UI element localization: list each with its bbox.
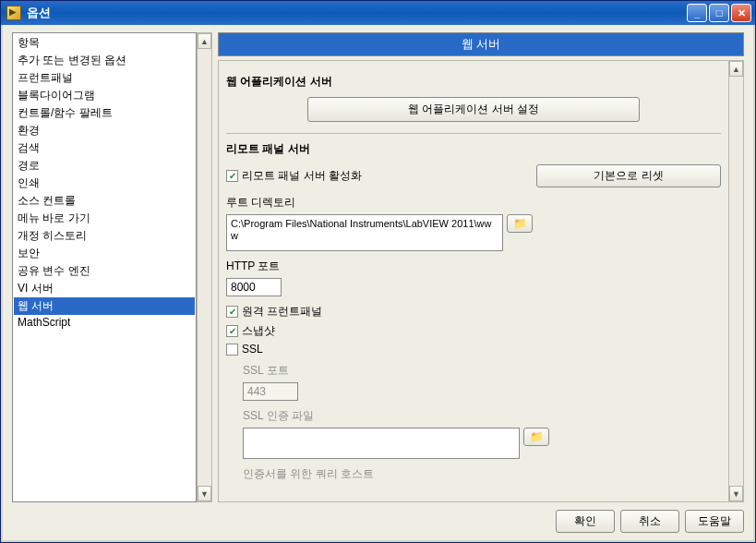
- panel-title: 웹 서버: [218, 32, 744, 56]
- remote-frontpanel-label: 원격 프런트패널: [242, 304, 322, 320]
- folder-icon: 📁: [530, 430, 544, 443]
- ssl-label: SSL: [242, 343, 263, 356]
- maximize-button[interactable]: □: [709, 4, 729, 22]
- window-buttons: _ □ ✕: [687, 4, 751, 22]
- sidebar-item[interactable]: 보안: [14, 245, 195, 262]
- ssl-file-browse-button[interactable]: 📁: [523, 428, 549, 446]
- content-scrollbar[interactable]: ▲ ▼: [728, 60, 744, 502]
- http-port-label: HTTP 포트: [226, 259, 721, 274]
- options-window: 옵션 _ □ ✕ 항목추가 또는 변경된 옵션프런트패널블록다이어그램컨트롤/함…: [0, 0, 756, 543]
- snapshot-label: 스냅샷: [242, 323, 275, 339]
- sidebar-item[interactable]: 항목: [14, 34, 195, 52]
- sidebar-item[interactable]: 컨트롤/함수 팔레트: [14, 104, 195, 122]
- root-dir-input[interactable]: C:\Program Files\National Instruments\La…: [226, 214, 503, 251]
- window-title: 옵션: [27, 5, 687, 21]
- http-port-input[interactable]: 8000: [226, 278, 282, 296]
- ssl-port-input: 443: [243, 382, 298, 401]
- client-area: 항목추가 또는 변경된 옵션프런트패널블록다이어그램컨트롤/함수 팔레트환경검색…: [1, 25, 755, 542]
- scroll-up-button[interactable]: ▲: [198, 33, 211, 49]
- folder-icon: 📁: [513, 217, 527, 230]
- scroll-down-button[interactable]: ▼: [729, 486, 743, 501]
- sidebar-item[interactable]: 웹 서버: [14, 297, 195, 315]
- sidebar-item[interactable]: 메뉴 바로 가기: [14, 210, 195, 227]
- ssl-port-label: SSL 포트: [243, 363, 721, 379]
- check-icon: [226, 344, 238, 356]
- divider: [226, 133, 721, 134]
- sidebar-item[interactable]: VI 서버: [14, 280, 195, 297]
- root-dir-browse-button[interactable]: 📁: [507, 214, 533, 233]
- reset-default-button[interactable]: 기본으로 리셋: [536, 164, 721, 187]
- sidebar-item[interactable]: 공유 변수 엔진: [14, 262, 195, 280]
- ssl-checkbox[interactable]: SSL: [226, 343, 721, 356]
- root-dir-label: 루트 디렉토리: [226, 195, 721, 211]
- remote-frontpanel-checkbox[interactable]: 원격 프런트패널: [226, 304, 721, 320]
- dialog-buttons: 확인 취소 도움말: [12, 502, 744, 533]
- sidebar-item[interactable]: 추가 또는 변경된 옵션: [14, 52, 195, 69]
- close-button[interactable]: ✕: [731, 4, 751, 22]
- scroll-up-button[interactable]: ▲: [729, 61, 743, 77]
- category-listbox[interactable]: 항목추가 또는 변경된 옵션프런트패널블록다이어그램컨트롤/함수 팔레트환경검색…: [12, 32, 197, 502]
- titlebar: 옵션 _ □ ✕: [1, 1, 755, 25]
- check-icon: [226, 306, 238, 318]
- minimize-button[interactable]: _: [687, 4, 707, 22]
- cert-query-host-label: 인증서를 위한 쿼리 호스트: [243, 466, 721, 482]
- sidebar-item[interactable]: 환경: [14, 122, 195, 139]
- cancel-button[interactable]: 취소: [620, 510, 679, 533]
- sidebar-item[interactable]: MathScript: [14, 315, 195, 330]
- content-panel: 웹 어플리케이션 서버 웹 어플리케이션 서버 설정 리모트 패널 서버 리모트…: [218, 60, 728, 502]
- ok-button[interactable]: 확인: [556, 510, 615, 533]
- ssl-file-input[interactable]: [243, 428, 520, 459]
- snapshot-checkbox[interactable]: 스냅샷: [226, 323, 721, 339]
- sidebar-item[interactable]: 인쇄: [14, 175, 195, 192]
- sidebar-item[interactable]: 개정 히스토리: [14, 227, 195, 245]
- ssl-file-label: SSL 인증 파일: [243, 408, 721, 424]
- check-icon: [226, 325, 238, 337]
- sidebar-item[interactable]: 검색: [14, 139, 195, 157]
- app-server-config-button[interactable]: 웹 어플리케이션 서버 설정: [307, 97, 640, 122]
- check-icon: [226, 170, 238, 182]
- scroll-down-button[interactable]: ▼: [198, 486, 211, 501]
- sidebar-item[interactable]: 소스 컨트롤: [14, 192, 195, 210]
- remote-enable-label: 리모트 패널 서버 활성화: [242, 168, 362, 184]
- remote-panel-section-title: 리모트 패널 서버: [226, 141, 721, 157]
- app-server-section-title: 웹 어플리케이션 서버: [226, 74, 721, 90]
- sidebar-scrollbar[interactable]: ▲ ▼: [197, 32, 212, 502]
- remote-enable-checkbox[interactable]: 리모트 패널 서버 활성화: [226, 168, 362, 184]
- sidebar-item[interactable]: 블록다이어그램: [14, 87, 195, 104]
- sidebar-item[interactable]: 프런트패널: [14, 69, 195, 87]
- sidebar-item[interactable]: 경로: [14, 157, 195, 175]
- help-button[interactable]: 도움말: [685, 510, 744, 533]
- app-icon: [6, 6, 21, 20]
